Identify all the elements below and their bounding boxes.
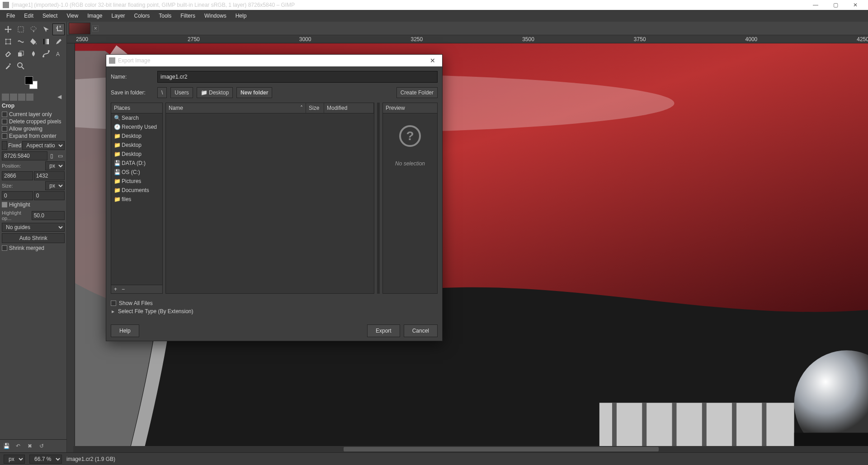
tool-color-picker[interactable] [2, 60, 14, 72]
menu-view[interactable]: View [62, 11, 83, 21]
opt-delete-cropped[interactable]: Delete cropped pixels [2, 118, 65, 125]
help-button[interactable]: Help [111, 324, 139, 337]
menu-help[interactable]: Help [231, 11, 251, 21]
guides-select[interactable]: No guides [2, 223, 65, 232]
path-users[interactable]: Users [170, 87, 193, 98]
add-bookmark-icon[interactable]: + [114, 286, 117, 292]
window-close-button[interactable]: ✕ [845, 0, 865, 10]
tool-options-footer: 💾 ↶ ✖ ↺ [0, 439, 66, 452]
scrollbar-h[interactable] [73, 446, 868, 452]
create-folder-button[interactable]: Create Folder [396, 87, 438, 98]
color-swatches[interactable] [0, 74, 66, 92]
tool-move[interactable] [2, 23, 14, 35]
opt-current-layer[interactable]: Current layer only [2, 111, 65, 118]
tool-crop[interactable] [52, 23, 65, 35]
auto-shrink-button[interactable]: Auto Shrink [2, 233, 65, 243]
svg-point-11 [48, 50, 50, 52]
path-root[interactable]: \ [157, 87, 167, 98]
status-unit[interactable]: px [4, 455, 25, 464]
place-desktop3[interactable]: 📁Desktop [111, 150, 162, 159]
tool-transform[interactable] [2, 36, 14, 47]
file-list[interactable]: Name˄ Size Modified [165, 103, 374, 294]
status-file: image1.cr2 (1.9 GB) [66, 456, 115, 462]
remove-bookmark-icon[interactable]: − [122, 286, 125, 292]
pos-y-input[interactable] [34, 171, 65, 180]
tool-fuzzy-select[interactable] [40, 23, 52, 35]
status-zoom[interactable]: 66.7 % [29, 455, 62, 464]
col-name[interactable]: Name˄ [166, 103, 306, 113]
tool-gradient[interactable] [40, 36, 52, 47]
menu-layer[interactable]: Layer [107, 11, 130, 21]
places-panel: Places 🔍Search 🕘Recently Used 📁Desktop 📁… [111, 103, 163, 294]
filename-input[interactable] [157, 71, 438, 83]
foreground-color[interactable] [25, 76, 33, 85]
size-x-input[interactable] [2, 191, 33, 200]
question-mark-icon: ? [399, 125, 421, 147]
tool-smudge[interactable] [27, 48, 39, 60]
save-options-icon[interactable]: 💾 [3, 442, 10, 450]
export-button[interactable]: Export [367, 324, 400, 337]
window-minimize-button[interactable]: — [806, 0, 826, 10]
menu-edit[interactable]: Edit [19, 11, 38, 21]
col-size[interactable]: Size [306, 103, 324, 113]
tool-path[interactable] [40, 48, 52, 60]
tool-pencil[interactable] [52, 36, 65, 47]
window-maximize-button[interactable]: ▢ [826, 0, 845, 10]
tool-zoom[interactable] [14, 60, 27, 72]
tool-eraser[interactable] [2, 48, 14, 60]
menu-image[interactable]: Image [83, 11, 107, 21]
image-tab[interactable] [69, 23, 90, 34]
menu-filters[interactable]: Filters [176, 11, 200, 21]
tool-rect-select[interactable] [14, 23, 27, 35]
menu-tools[interactable]: Tools [154, 11, 176, 21]
place-data-d[interactable]: 💾DATA (D:) [111, 159, 162, 168]
place-desktop1[interactable]: 📁Desktop [111, 132, 162, 141]
show-all-files-check[interactable]: Show All Files [111, 299, 438, 307]
tool-free-select[interactable] [27, 23, 39, 35]
image-tab-close[interactable]: × [92, 25, 99, 32]
size-unit[interactable]: px [45, 181, 65, 190]
svg-rect-23 [794, 433, 868, 446]
opt-expand-center[interactable]: Expand from center [2, 132, 65, 140]
dialog-titlebar[interactable]: Export Image ✕ [106, 55, 442, 66]
menubar: File Edit Select View Image Layer Colors… [0, 10, 868, 22]
place-recent[interactable]: 🕘Recently Used [111, 122, 162, 132]
highlight-op-input[interactable] [32, 211, 65, 220]
portrait-icon[interactable]: ▯ [48, 153, 55, 159]
filelist-scrollbar[interactable] [377, 103, 380, 294]
select-file-type-expander[interactable]: ▸Select File Type (By Extension) [111, 307, 438, 315]
opt-ratio-input[interactable] [2, 151, 47, 160]
place-documents[interactable]: 📁Documents [111, 186, 162, 195]
reset-options-icon[interactable]: ↺ [38, 442, 45, 450]
opt-fixed-select[interactable]: Aspect ratio [22, 141, 65, 150]
col-modified[interactable]: Modified [324, 103, 374, 113]
tool-warp[interactable] [14, 36, 27, 47]
tool-options-tabs[interactable]: ◀ [2, 94, 65, 101]
delete-options-icon[interactable]: ✖ [26, 442, 33, 450]
opt-shrink-merged[interactable]: Shrink merged [2, 244, 65, 252]
opt-fixed-check[interactable] [2, 141, 7, 150]
menu-colors[interactable]: Colors [130, 11, 155, 21]
place-search[interactable]: 🔍Search [111, 113, 162, 122]
menu-windows[interactable]: Windows [200, 11, 231, 21]
restore-options-icon[interactable]: ↶ [14, 442, 22, 450]
place-os-c[interactable]: 💾OS (C:) [111, 168, 162, 177]
tool-bucket[interactable] [27, 36, 39, 47]
path-desktop[interactable]: Desktop [197, 87, 233, 98]
place-pictures[interactable]: 📁Pictures [111, 177, 162, 186]
landscape-icon[interactable]: ▭ [56, 153, 65, 159]
place-desktop2[interactable]: 📁Desktop [111, 141, 162, 150]
cancel-button[interactable]: Cancel [404, 324, 438, 337]
menu-select[interactable]: Select [38, 11, 62, 21]
path-current[interactable]: New folder [236, 87, 272, 98]
place-files[interactable]: 📁files [111, 195, 162, 204]
tool-text[interactable]: A [52, 48, 65, 60]
dialog-close-button[interactable]: ✕ [426, 57, 439, 64]
size-y-input[interactable] [34, 191, 65, 200]
opt-allow-growing[interactable]: Allow growing [2, 125, 65, 132]
menu-file[interactable]: File [2, 11, 19, 21]
pos-x-input[interactable] [2, 171, 33, 180]
opt-highlight[interactable]: Highlight [2, 201, 65, 208]
position-unit[interactable]: px [45, 161, 65, 170]
tool-clone[interactable] [14, 48, 27, 60]
